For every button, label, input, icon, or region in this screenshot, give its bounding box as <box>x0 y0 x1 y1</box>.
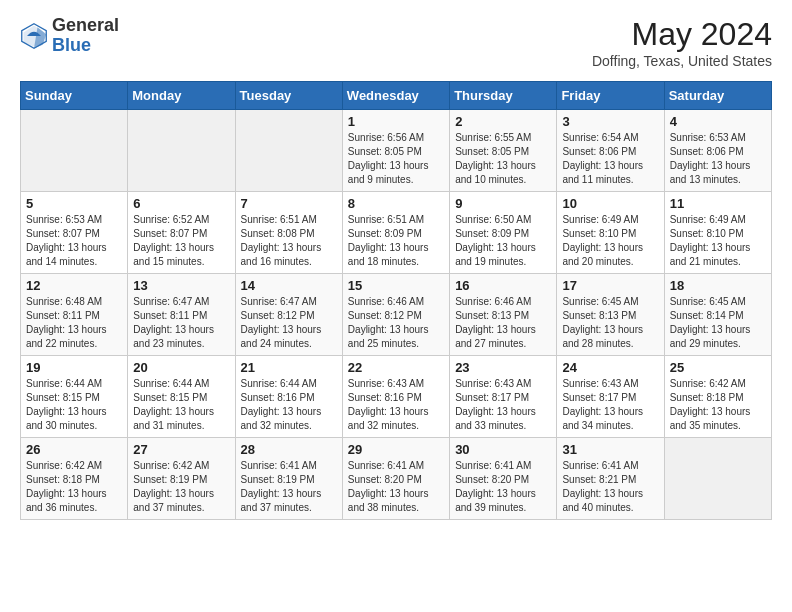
day-info: Sunrise: 6:45 AM Sunset: 8:14 PM Dayligh… <box>670 295 766 351</box>
calendar-cell: 29Sunrise: 6:41 AM Sunset: 8:20 PM Dayli… <box>342 438 449 520</box>
day-info: Sunrise: 6:50 AM Sunset: 8:09 PM Dayligh… <box>455 213 551 269</box>
day-number: 23 <box>455 360 551 375</box>
day-info: Sunrise: 6:41 AM Sunset: 8:19 PM Dayligh… <box>241 459 337 515</box>
calendar-week-row: 1Sunrise: 6:56 AM Sunset: 8:05 PM Daylig… <box>21 110 772 192</box>
calendar-cell: 13Sunrise: 6:47 AM Sunset: 8:11 PM Dayli… <box>128 274 235 356</box>
calendar-cell <box>21 110 128 192</box>
day-info: Sunrise: 6:47 AM Sunset: 8:12 PM Dayligh… <box>241 295 337 351</box>
day-info: Sunrise: 6:41 AM Sunset: 8:20 PM Dayligh… <box>455 459 551 515</box>
calendar-cell: 16Sunrise: 6:46 AM Sunset: 8:13 PM Dayli… <box>450 274 557 356</box>
day-info: Sunrise: 6:51 AM Sunset: 8:09 PM Dayligh… <box>348 213 444 269</box>
day-number: 30 <box>455 442 551 457</box>
day-number: 10 <box>562 196 658 211</box>
calendar-cell: 17Sunrise: 6:45 AM Sunset: 8:13 PM Dayli… <box>557 274 664 356</box>
day-of-week-header: Sunday <box>21 82 128 110</box>
calendar-cell: 25Sunrise: 6:42 AM Sunset: 8:18 PM Dayli… <box>664 356 771 438</box>
day-number: 21 <box>241 360 337 375</box>
day-number: 3 <box>562 114 658 129</box>
calendar-header-row: SundayMondayTuesdayWednesdayThursdayFrid… <box>21 82 772 110</box>
calendar-cell: 30Sunrise: 6:41 AM Sunset: 8:20 PM Dayli… <box>450 438 557 520</box>
day-of-week-header: Friday <box>557 82 664 110</box>
day-number: 9 <box>455 196 551 211</box>
calendar-body: 1Sunrise: 6:56 AM Sunset: 8:05 PM Daylig… <box>21 110 772 520</box>
page-header: GeneralBlue May 2024 Doffing, Texas, Uni… <box>20 16 772 69</box>
day-info: Sunrise: 6:43 AM Sunset: 8:16 PM Dayligh… <box>348 377 444 433</box>
day-info: Sunrise: 6:53 AM Sunset: 8:07 PM Dayligh… <box>26 213 122 269</box>
calendar-cell: 12Sunrise: 6:48 AM Sunset: 8:11 PM Dayli… <box>21 274 128 356</box>
calendar-cell: 7Sunrise: 6:51 AM Sunset: 8:08 PM Daylig… <box>235 192 342 274</box>
day-info: Sunrise: 6:49 AM Sunset: 8:10 PM Dayligh… <box>562 213 658 269</box>
calendar-cell: 27Sunrise: 6:42 AM Sunset: 8:19 PM Dayli… <box>128 438 235 520</box>
day-info: Sunrise: 6:44 AM Sunset: 8:15 PM Dayligh… <box>26 377 122 433</box>
day-number: 26 <box>26 442 122 457</box>
day-number: 20 <box>133 360 229 375</box>
day-number: 15 <box>348 278 444 293</box>
calendar-cell: 10Sunrise: 6:49 AM Sunset: 8:10 PM Dayli… <box>557 192 664 274</box>
day-number: 13 <box>133 278 229 293</box>
day-number: 16 <box>455 278 551 293</box>
month-year: May 2024 <box>592 16 772 53</box>
day-info: Sunrise: 6:49 AM Sunset: 8:10 PM Dayligh… <box>670 213 766 269</box>
calendar-cell: 5Sunrise: 6:53 AM Sunset: 8:07 PM Daylig… <box>21 192 128 274</box>
calendar-cell: 18Sunrise: 6:45 AM Sunset: 8:14 PM Dayli… <box>664 274 771 356</box>
calendar-cell: 31Sunrise: 6:41 AM Sunset: 8:21 PM Dayli… <box>557 438 664 520</box>
calendar-cell <box>235 110 342 192</box>
day-number: 1 <box>348 114 444 129</box>
day-number: 28 <box>241 442 337 457</box>
day-number: 29 <box>348 442 444 457</box>
day-number: 19 <box>26 360 122 375</box>
calendar-cell: 23Sunrise: 6:43 AM Sunset: 8:17 PM Dayli… <box>450 356 557 438</box>
day-info: Sunrise: 6:42 AM Sunset: 8:18 PM Dayligh… <box>26 459 122 515</box>
day-number: 12 <box>26 278 122 293</box>
calendar-cell: 15Sunrise: 6:46 AM Sunset: 8:12 PM Dayli… <box>342 274 449 356</box>
day-number: 31 <box>562 442 658 457</box>
day-number: 22 <box>348 360 444 375</box>
day-info: Sunrise: 6:44 AM Sunset: 8:16 PM Dayligh… <box>241 377 337 433</box>
calendar-cell <box>128 110 235 192</box>
day-info: Sunrise: 6:43 AM Sunset: 8:17 PM Dayligh… <box>455 377 551 433</box>
calendar-cell: 22Sunrise: 6:43 AM Sunset: 8:16 PM Dayli… <box>342 356 449 438</box>
day-info: Sunrise: 6:53 AM Sunset: 8:06 PM Dayligh… <box>670 131 766 187</box>
calendar-week-row: 5Sunrise: 6:53 AM Sunset: 8:07 PM Daylig… <box>21 192 772 274</box>
day-info: Sunrise: 6:42 AM Sunset: 8:19 PM Dayligh… <box>133 459 229 515</box>
calendar-cell: 26Sunrise: 6:42 AM Sunset: 8:18 PM Dayli… <box>21 438 128 520</box>
calendar-cell: 28Sunrise: 6:41 AM Sunset: 8:19 PM Dayli… <box>235 438 342 520</box>
day-of-week-header: Thursday <box>450 82 557 110</box>
day-number: 14 <box>241 278 337 293</box>
day-number: 25 <box>670 360 766 375</box>
day-info: Sunrise: 6:54 AM Sunset: 8:06 PM Dayligh… <box>562 131 658 187</box>
calendar-cell: 19Sunrise: 6:44 AM Sunset: 8:15 PM Dayli… <box>21 356 128 438</box>
day-number: 17 <box>562 278 658 293</box>
day-info: Sunrise: 6:45 AM Sunset: 8:13 PM Dayligh… <box>562 295 658 351</box>
day-info: Sunrise: 6:42 AM Sunset: 8:18 PM Dayligh… <box>670 377 766 433</box>
calendar-cell: 21Sunrise: 6:44 AM Sunset: 8:16 PM Dayli… <box>235 356 342 438</box>
calendar-cell <box>664 438 771 520</box>
logo-text: GeneralBlue <box>52 16 119 56</box>
calendar-cell: 9Sunrise: 6:50 AM Sunset: 8:09 PM Daylig… <box>450 192 557 274</box>
title-block: May 2024 Doffing, Texas, United States <box>592 16 772 69</box>
day-number: 18 <box>670 278 766 293</box>
day-info: Sunrise: 6:41 AM Sunset: 8:20 PM Dayligh… <box>348 459 444 515</box>
day-of-week-header: Wednesday <box>342 82 449 110</box>
calendar-cell: 1Sunrise: 6:56 AM Sunset: 8:05 PM Daylig… <box>342 110 449 192</box>
day-of-week-header: Monday <box>128 82 235 110</box>
day-info: Sunrise: 6:41 AM Sunset: 8:21 PM Dayligh… <box>562 459 658 515</box>
calendar-cell: 6Sunrise: 6:52 AM Sunset: 8:07 PM Daylig… <box>128 192 235 274</box>
day-number: 2 <box>455 114 551 129</box>
day-info: Sunrise: 6:55 AM Sunset: 8:05 PM Dayligh… <box>455 131 551 187</box>
day-number: 27 <box>133 442 229 457</box>
day-info: Sunrise: 6:51 AM Sunset: 8:08 PM Dayligh… <box>241 213 337 269</box>
logo: GeneralBlue <box>20 16 119 56</box>
day-number: 7 <box>241 196 337 211</box>
calendar-cell: 3Sunrise: 6:54 AM Sunset: 8:06 PM Daylig… <box>557 110 664 192</box>
calendar-cell: 14Sunrise: 6:47 AM Sunset: 8:12 PM Dayli… <box>235 274 342 356</box>
calendar-week-row: 26Sunrise: 6:42 AM Sunset: 8:18 PM Dayli… <box>21 438 772 520</box>
day-number: 8 <box>348 196 444 211</box>
logo-icon <box>20 22 48 50</box>
day-info: Sunrise: 6:56 AM Sunset: 8:05 PM Dayligh… <box>348 131 444 187</box>
calendar-cell: 24Sunrise: 6:43 AM Sunset: 8:17 PM Dayli… <box>557 356 664 438</box>
day-info: Sunrise: 6:46 AM Sunset: 8:12 PM Dayligh… <box>348 295 444 351</box>
calendar-cell: 20Sunrise: 6:44 AM Sunset: 8:15 PM Dayli… <box>128 356 235 438</box>
day-info: Sunrise: 6:47 AM Sunset: 8:11 PM Dayligh… <box>133 295 229 351</box>
day-of-week-header: Saturday <box>664 82 771 110</box>
